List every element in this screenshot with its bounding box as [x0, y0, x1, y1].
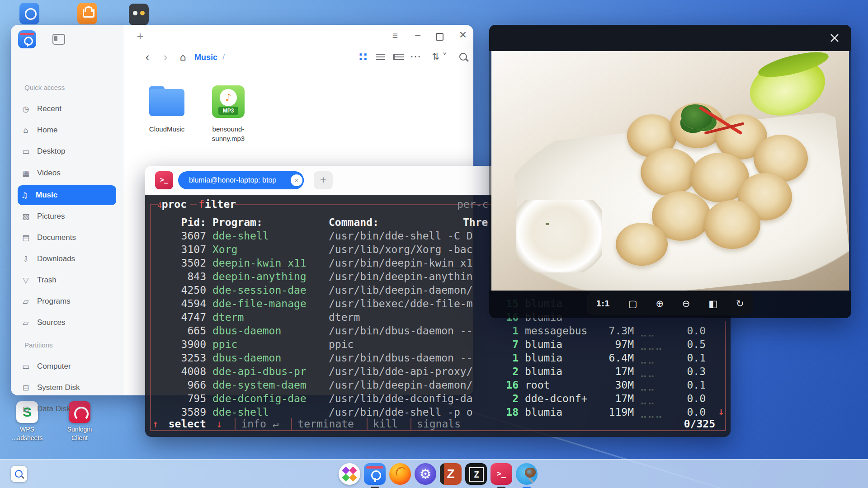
scroll-down-indicator[interactable]: ↓: [718, 405, 724, 417]
disk-icon: ⊟: [19, 404, 33, 413]
sidebar-section-partitions: Partitions: [24, 341, 53, 349]
folder-icon: ▱: [19, 297, 33, 306]
zoom-out-button[interactable]: ⊖: [682, 298, 690, 309]
dock-item-control-center[interactable]: ⚙: [415, 463, 436, 485]
process-row[interactable]: 3107Xorg/usr/lib/xorg/Xorg -bac: [145, 243, 489, 256]
rotate-button[interactable]: ↻: [736, 298, 744, 309]
sidebar-item-sources[interactable]: ▱ Sources: [19, 314, 115, 332]
disk-icon: ⊟: [19, 383, 33, 392]
info-key[interactable]: info ↵: [235, 418, 278, 430]
sidebar-item-videos[interactable]: ▦ Videos: [19, 164, 115, 182]
close-icon[interactable]: [829, 32, 840, 44]
desktop-icon-group-app[interactable]: [129, 4, 149, 25]
forward-button[interactable]: ›: [160, 50, 171, 64]
recent-icon: ◷: [19, 104, 33, 113]
sidebar-item-desktop[interactable]: ▭ Desktop: [19, 142, 115, 160]
dock-item-firefox[interactable]: [389, 463, 411, 485]
dock-item-terminal[interactable]: >_: [491, 463, 512, 485]
terminal-tab[interactable]: blumia@honor-laptop: btop: [178, 171, 304, 189]
process-row-stats: 2blumia 17M⣀⣀0.3: [145, 365, 731, 378]
launcher-icon: [349, 467, 357, 474]
btop-filter-control[interactable]: filter: [198, 197, 236, 211]
process-row[interactable]: 3607dde-shell/usr/bin/dde-shell -C D: [145, 229, 489, 243]
sidebar-item-recent[interactable]: ◷ Recent: [19, 100, 115, 118]
file-name: bensound-: [200, 124, 257, 134]
list-view-button[interactable]: [376, 54, 385, 60]
calamari-ring: [641, 148, 697, 196]
btop-percore-control[interactable]: per-c: [457, 197, 488, 211]
sidebar-item-label: Programs: [37, 297, 71, 306]
dock-item-camera[interactable]: [516, 463, 538, 485]
shortcut-label: ...adsheets: [9, 434, 45, 442]
mp3-badge: MP3: [218, 107, 238, 115]
downloads-icon: ⇩: [19, 254, 33, 263]
desktop-icon-app-store[interactable]: [77, 3, 97, 24]
dock-item-editor[interactable]: Z: [465, 463, 487, 485]
terminate-key[interactable]: terminate: [291, 418, 354, 430]
zoom-in-button[interactable]: ⊕: [656, 298, 664, 309]
sidebar-item-downloads[interactable]: ⇩ Downloads: [19, 250, 115, 268]
new-tab-button[interactable]: +: [132, 28, 148, 45]
photo-calamari[interactable]: [491, 51, 849, 291]
select-down-key[interactable]: ↓: [216, 418, 222, 430]
sidebar-item-system-disk[interactable]: ⊟ System Disk: [19, 379, 115, 397]
folder-icon: ▱: [19, 318, 33, 327]
breadcrumb-current[interactable]: Music: [194, 53, 217, 62]
process-row[interactable]: 3502deepin-kwin_x11/usr/bin/deepin-kwin_…: [145, 256, 489, 270]
process-row-stats: 2dde-dconf+ 17M⣀⣀0.0: [145, 392, 731, 405]
split-compare-button[interactable]: ◧: [708, 298, 717, 309]
dock-item-file-manager[interactable]: [364, 463, 386, 485]
dock-item-zotero[interactable]: Z: [440, 463, 462, 485]
maximize-button[interactable]: [436, 33, 443, 41]
launcher-icon: [342, 467, 350, 474]
tree-view-button[interactable]: [393, 54, 404, 60]
file-manager-sidebar: Quick access ◷ Recent ⌂ Home ▭ Desktop ▦…: [11, 25, 123, 395]
select-up-key[interactable]: ↑: [152, 418, 159, 430]
breadcrumb[interactable]: Music /: [194, 53, 225, 62]
file-name: sunny.mp3: [200, 134, 257, 143]
sidebar-item-documents[interactable]: ▤ Documents: [19, 229, 115, 247]
menu-button[interactable]: ≡: [388, 30, 402, 41]
image-viewer-toolbar: 1:1 ▢ ⊕ ⊖ ◧ ↻: [587, 292, 753, 315]
more-view-button[interactable]: ⋯: [409, 50, 422, 63]
fit-window-button[interactable]: ▢: [628, 298, 637, 309]
sidebar-item-pictures[interactable]: ▧ Pictures: [19, 207, 115, 225]
signals-key[interactable]: signals: [410, 418, 461, 430]
desktop-icon-blue-app[interactable]: [19, 3, 39, 24]
back-button[interactable]: ‹: [142, 50, 153, 64]
sidebar-item-trash[interactable]: ▽ Trash: [19, 271, 115, 289]
sidebar-item-programs[interactable]: ▱ Programs: [19, 292, 115, 310]
process-row[interactable]: 4250dde-session-dae/usr/lib/deepin-daemo…: [145, 283, 489, 297]
zoom-1-1-button[interactable]: 1:1: [596, 299, 609, 308]
sidebar-item-label: System Disk: [37, 383, 80, 392]
documents-icon: ▤: [19, 233, 33, 242]
image-viewer-titlebar[interactable]: [489, 25, 851, 51]
box-number: 4: [157, 201, 162, 210]
zotero-z-icon: Z: [447, 467, 454, 481]
process-row[interactable]: 843deepin-anything/usr/bin/deepin-anythi…: [145, 270, 489, 283]
home-breadcrumb-icon[interactable]: ⌂: [177, 52, 189, 63]
search-button[interactable]: [459, 53, 467, 62]
sidebar-item-home[interactable]: ⌂ Home: [19, 121, 115, 139]
file-item-mp3[interactable]: ♪ MP3 bensound- sunny.mp3: [200, 81, 257, 143]
dock-search-button[interactable]: [11, 466, 27, 482]
sidebar-item-label: Trash: [37, 276, 57, 285]
sidebar-toggle-icon[interactable]: [52, 34, 65, 45]
desktop-icon: ▭: [19, 147, 33, 156]
close-button[interactable]: ×: [456, 28, 470, 42]
sidebar-item-music[interactable]: ♫ Music: [18, 185, 116, 205]
select-label: select: [169, 418, 206, 430]
kill-key[interactable]: kill: [367, 418, 398, 430]
minimize-button[interactable]: −: [410, 29, 425, 42]
terminal-new-tab-button[interactable]: +: [314, 171, 333, 189]
gear-icon: ⚙: [420, 466, 432, 482]
tab-close-button[interactable]: ×: [291, 174, 302, 186]
dock-item-launcher[interactable]: [339, 463, 360, 485]
sort-button[interactable]: ⇅ ˅: [428, 51, 451, 62]
sidebar-item-computer[interactable]: ▭ Computer: [19, 357, 115, 375]
dip-bowl: [516, 200, 602, 272]
figure-glyph: [140, 11, 145, 15]
grid-view-button[interactable]: ∷: [356, 50, 370, 64]
sidebar-item-data-disk[interactable]: ⊟ Data Disk: [19, 400, 115, 418]
file-item-cloudmusic[interactable]: CloudMusic: [138, 84, 195, 134]
